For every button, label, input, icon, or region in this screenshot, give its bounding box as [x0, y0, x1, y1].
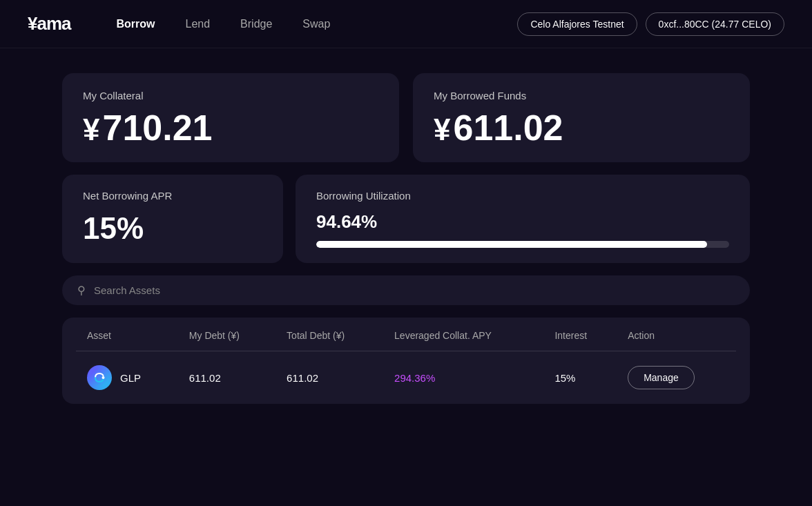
stats-row: Net Borrowing APR 15% Borrowing Utilizat… — [62, 175, 750, 263]
manage-button[interactable]: Manage — [628, 366, 695, 389]
search-input[interactable] — [94, 284, 735, 296]
borrowed-card: My Borrowed Funds ¥611.02 — [413, 73, 750, 162]
utilization-card: Borrowing Utilization 94.64% — [296, 175, 750, 263]
col-interest: Interest — [543, 318, 617, 351]
assets-table-container: Asset My Debt (¥) Total Debt (¥) Leverag… — [62, 318, 750, 404]
search-icon: ⚲ — [77, 284, 86, 297]
collateral-card: My Collateral ¥710.21 — [62, 73, 399, 162]
table-row: GLP 611.02 611.02 294.36% 15% Manage — [76, 351, 736, 405]
logo: ¥ama — [28, 13, 71, 35]
glp-icon — [87, 365, 112, 390]
col-lev-collat: Leveraged Collat. APY — [383, 318, 543, 351]
col-action: Action — [617, 318, 736, 351]
cell-asset: GLP — [76, 351, 178, 405]
nav-item-lend[interactable]: Lend — [173, 12, 223, 36]
collateral-symbol: ¥ — [83, 113, 99, 146]
collateral-label: My Collateral — [83, 90, 378, 101]
wallet-button[interactable]: 0xcf...80CC (24.77 CELO) — [646, 12, 784, 36]
svg-point-0 — [90, 368, 109, 387]
cell-interest: 15% — [543, 351, 617, 405]
table-body: GLP 611.02 611.02 294.36% 15% Manage — [76, 351, 736, 405]
borrowed-value: ¥611.02 — [434, 110, 729, 146]
lev-collat-apy-value: 294.36% — [394, 372, 435, 384]
header: ¥ama Borrow Lend Bridge Swap Celo Alfajo… — [0, 0, 812, 48]
assets-table: Asset My Debt (¥) Total Debt (¥) Leverag… — [76, 318, 736, 404]
borrowed-label: My Borrowed Funds — [434, 90, 729, 101]
cell-total-debt: 611.02 — [276, 351, 383, 405]
borrowed-symbol: ¥ — [434, 113, 450, 146]
nav-item-borrow[interactable]: Borrow — [104, 12, 168, 36]
apr-card: Net Borrowing APR 15% — [62, 175, 283, 263]
apr-value: 15% — [83, 211, 262, 246]
cell-action: Manage — [617, 351, 736, 405]
network-button[interactable]: Celo Alfajores Testnet — [517, 12, 637, 36]
utilization-value: 94.64% — [316, 211, 729, 233]
asset-cell: GLP — [87, 365, 167, 390]
asset-name: GLP — [120, 372, 141, 384]
svg-point-1 — [102, 376, 105, 379]
col-asset: Asset — [76, 318, 178, 351]
summary-cards-row: My Collateral ¥710.21 My Borrowed Funds … — [62, 73, 750, 162]
header-right: Celo Alfajores Testnet 0xcf...80CC (24.7… — [517, 12, 784, 36]
progress-bar-background — [316, 241, 729, 248]
nav: Borrow Lend Bridge Swap — [104, 12, 518, 36]
progress-bar-fill — [316, 241, 707, 248]
apr-label: Net Borrowing APR — [83, 190, 262, 202]
nav-item-swap[interactable]: Swap — [290, 12, 342, 36]
col-total-debt: Total Debt (¥) — [276, 318, 383, 351]
table-header: Asset My Debt (¥) Total Debt (¥) Leverag… — [76, 318, 736, 351]
nav-item-bridge[interactable]: Bridge — [228, 12, 284, 36]
table-header-row: Asset My Debt (¥) Total Debt (¥) Leverag… — [76, 318, 736, 351]
collateral-value: ¥710.21 — [83, 110, 378, 146]
search-container: ⚲ — [62, 275, 750, 305]
utilization-label: Borrowing Utilization — [316, 190, 729, 202]
main-content: My Collateral ¥710.21 My Borrowed Funds … — [0, 48, 812, 429]
cell-lev-collat: 294.36% — [383, 351, 543, 405]
cell-my-debt: 611.02 — [178, 351, 276, 405]
col-my-debt: My Debt (¥) — [178, 318, 276, 351]
